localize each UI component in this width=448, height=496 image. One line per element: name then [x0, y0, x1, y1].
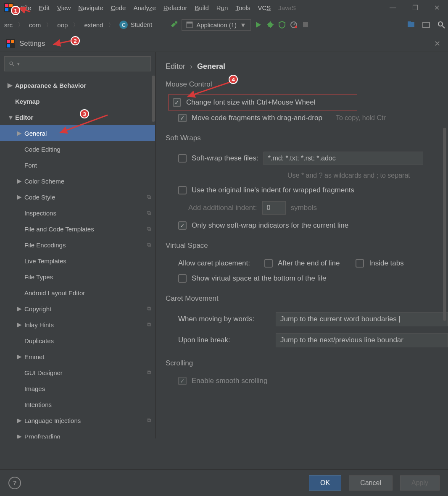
maximize-icon[interactable]: ❐ [408, 4, 422, 12]
menu-refactor[interactable]: Refactor [163, 4, 187, 11]
sidebar-item-appearance-behavior[interactable]: ▶Appearance & Behavior [0, 77, 155, 93]
tree-arrow-icon: ▶ [17, 433, 22, 438]
sidebar-item-keymap[interactable]: Keymap [0, 93, 155, 109]
run-config-dropdown[interactable]: Application (1) ▼ [182, 19, 251, 31]
sidebar-item-file-types[interactable]: File Types [0, 269, 155, 285]
sidebar-item-android-layout-editor[interactable]: Android Layout Editor [0, 285, 155, 301]
sidebar-item-label: GUI Designer [24, 369, 63, 376]
close-window-icon[interactable]: ✕ [430, 4, 444, 12]
svg-rect-18 [408, 21, 411, 23]
soft-wrap-files-field[interactable]: *.md; *.txt; *.rst; *.adoc [264, 152, 423, 165]
project-structure-icon[interactable] [407, 21, 415, 29]
hammer-icon[interactable] [170, 21, 178, 29]
sidebar-item-emmet[interactable]: ▶Emmet [0, 349, 155, 365]
sidebar-item-inspections[interactable]: Inspections⧉ [0, 205, 155, 221]
debug-icon[interactable] [266, 21, 274, 29]
checkbox-after-eol[interactable] [264, 259, 273, 268]
highlight-box: Change font size with Ctrl+Mouse Wheel [168, 94, 357, 110]
annotation-badge-4: 4 [229, 75, 238, 84]
sidebar-item-font[interactable]: Font [0, 157, 155, 173]
sidebar-item-language-injections[interactable]: ▶Language Injections⧉ [0, 412, 155, 428]
sidebar-item-general[interactable]: ▶General [0, 125, 155, 141]
breadcrumb-oop[interactable]: oop [55, 21, 69, 29]
search-everywhere-icon[interactable] [422, 21, 430, 29]
sidebar-scrollbar[interactable] [152, 76, 155, 122]
add-indent-field[interactable]: 0 [262, 201, 286, 215]
application-icon [186, 21, 193, 28]
run-config-label: Application (1) [196, 21, 237, 29]
sidebar-item-gui-designer[interactable]: GUI Designer⧉ [0, 365, 155, 381]
checkbox-inside-tabs[interactable] [356, 259, 364, 268]
dropdown-by-words[interactable]: Jump to the current word boundaries | [276, 312, 448, 326]
run-icon[interactable] [254, 21, 263, 29]
sidebar-item-live-templates[interactable]: Live Templates [0, 253, 155, 269]
stop-icon[interactable] [301, 21, 310, 29]
sidebar-item-label: Inspections [24, 210, 56, 217]
content-scrollbar[interactable] [443, 128, 446, 321]
sidebar-item-duplicates[interactable]: Duplicates [0, 333, 155, 349]
breadcrumb-extend[interactable]: extend [82, 21, 105, 29]
settings-tree: ▶Appearance & BehaviorKeymap▼Editor▶Gene… [0, 76, 155, 438]
checkbox-change-font-size[interactable] [173, 98, 181, 107]
minimize-icon[interactable]: — [385, 4, 401, 11]
menu-edit[interactable]: Edit [39, 4, 50, 11]
section-scrolling: Scrolling [166, 359, 448, 367]
coverage-icon[interactable] [278, 21, 286, 29]
label-smooth-scrolling: Enable smooth scrolling [192, 377, 267, 385]
breadcrumb-com[interactable]: com [27, 21, 42, 29]
sidebar-item-label: Proofreading [24, 433, 61, 439]
sidebar-item-copyright[interactable]: ▶Copyright⧉ [0, 301, 155, 317]
content-breadcrumb: Editor › General [166, 62, 448, 71]
profiler-icon[interactable] [290, 21, 298, 29]
tree-arrow-icon: ▶ [17, 417, 22, 424]
sidebar-item-file-encodings[interactable]: File Encodings⧉ [0, 237, 155, 253]
checkbox-smooth-scrolling[interactable] [178, 377, 187, 385]
sidebar-item-file-and-code-templates[interactable]: File and Code Templates⧉ [0, 221, 155, 237]
label-allow-caret: Allow caret placement: [178, 259, 250, 268]
sidebar-item-label: Inlay Hints [24, 321, 54, 328]
dropdown-line-break[interactable]: Jump to the next/previous line boundar [276, 333, 448, 347]
help-icon[interactable]: ? [8, 477, 21, 489]
menu-build[interactable]: Build [195, 4, 208, 11]
svg-rect-5 [5, 4, 8, 7]
apply-button[interactable]: Apply [400, 475, 440, 491]
search-input[interactable]: ▾ [4, 56, 151, 71]
checkbox-use-original-indent[interactable] [178, 186, 187, 194]
sidebar-item-inlay-hints[interactable]: ▶Inlay Hints⧉ [0, 317, 155, 333]
annotation-badge-3: 3 [80, 109, 89, 118]
sidebar-item-label: Code Style [24, 194, 55, 201]
checkbox-only-show-indicators[interactable] [178, 221, 187, 230]
sidebar-item-proofreading[interactable]: ▶Proofreading [0, 428, 155, 438]
checkbox-show-virtual-space[interactable] [178, 274, 187, 283]
project-override-icon: ⧉ [147, 369, 151, 376]
search-icon[interactable] [437, 21, 445, 29]
sidebar-item-editor[interactable]: ▼Editor [0, 109, 155, 125]
breadcrumb-student[interactable]: CStudent [118, 20, 154, 30]
close-icon[interactable]: ✕ [434, 39, 440, 48]
menu-view[interactable]: View [57, 4, 71, 11]
ok-button[interactable]: OK [309, 475, 341, 491]
breadcrumb-general: General [197, 62, 225, 71]
sidebar-item-images[interactable]: Images [0, 381, 155, 396]
breadcrumb-src[interactable]: src [3, 21, 14, 29]
menu-code[interactable]: Code [111, 4, 126, 11]
cancel-button[interactable]: Cancel [349, 475, 393, 491]
menu-tools[interactable]: Tools [235, 4, 250, 11]
breadcrumb-editor[interactable]: Editor [166, 62, 185, 71]
menu-run[interactable]: Run [216, 4, 228, 11]
menu-navigate[interactable]: Navigate [78, 4, 103, 11]
project-override-icon: ⧉ [147, 321, 151, 328]
sidebar-item-code-editing[interactable]: Code Editing [0, 141, 155, 157]
tree-arrow-icon: ▶ [17, 321, 22, 328]
sidebar-item-label: Duplicates [24, 337, 54, 344]
label-by-words: When moving by words: [178, 315, 271, 323]
checkbox-move-fragments[interactable] [178, 114, 187, 122]
menu-vcs[interactable]: VCS [258, 4, 271, 11]
sidebar-item-intentions[interactable]: Intentions [0, 396, 155, 412]
menu-analyze[interactable]: Analyze [133, 4, 155, 11]
sidebar-item-color-scheme[interactable]: ▶Color Scheme [0, 173, 155, 189]
sidebar-item-code-style[interactable]: ▶Code Style⧉ [0, 189, 155, 205]
svg-line-27 [12, 64, 14, 66]
checkbox-soft-wrap[interactable] [178, 154, 187, 163]
menu-file[interactable]: File [21, 4, 31, 11]
